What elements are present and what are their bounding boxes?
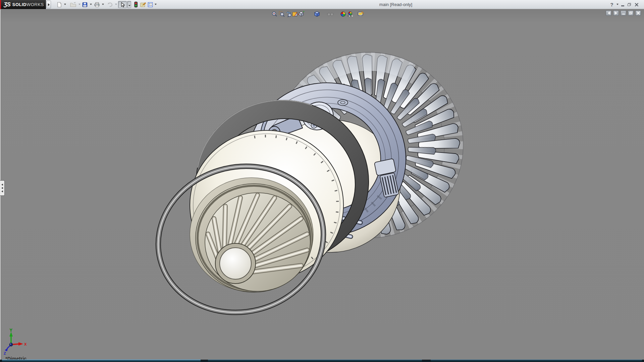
taskbar-button[interactable] — [208, 360, 422, 362]
os-taskbar[interactable] — [0, 360, 644, 362]
z-axis-label: Z — [4, 351, 6, 355]
y-arrowhead-icon — [9, 332, 13, 337]
triad-origin-highlight — [10, 344, 11, 345]
cone-hub-bore — [220, 248, 251, 279]
engine-model-canvas[interactable] — [0, 0, 644, 362]
splined-cone — [205, 193, 310, 291]
solidworks-window: ƷS SOLIDWORKS — [0, 0, 644, 362]
graphics-viewport[interactable]: Y X Z *Dimetric — [0, 9, 644, 360]
hex-boss — [338, 100, 348, 106]
reference-triad: Y X Z — [3, 328, 40, 355]
z-arrowhead-icon — [5, 348, 8, 351]
triad-origin — [9, 343, 13, 346]
y-axis-label: Y — [10, 328, 12, 332]
x-arrowhead-icon — [18, 342, 23, 346]
taskbar-button[interactable] — [2, 360, 201, 362]
x-axis-label: X — [24, 342, 27, 346]
taskbar-button[interactable] — [431, 360, 642, 362]
jet-engine-model — [143, 52, 463, 330]
